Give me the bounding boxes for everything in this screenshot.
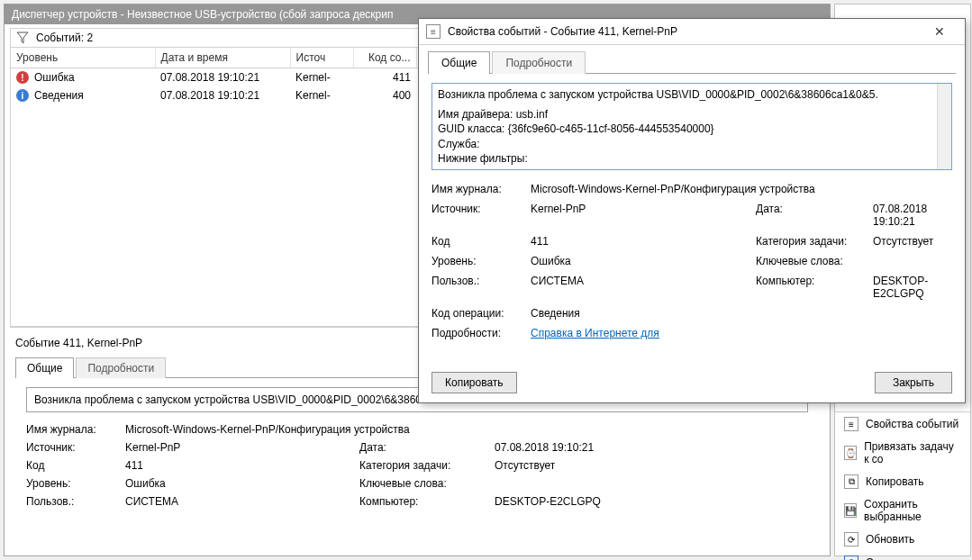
dialog-kv-grid: Имя журнала: Microsoft-Windows-Kernel-Pn… [431,183,952,339]
col-level[interactable]: Уровень [11,48,155,68]
dialog-tab-general[interactable]: Общие [428,51,490,74]
detail-kv-grid: Имя журнала: Microsoft-Windows-Kernel-Pn… [26,423,808,508]
lbl-keywords: Ключевые слова: [359,477,495,490]
online-help-link[interactable]: Справка в Интернете для [531,327,659,339]
lbl-computer: Компьютер: [359,495,495,508]
desc-lower-filters: Нижние фильтры: [438,151,928,166]
col-code[interactable]: Код со... [353,48,416,68]
tab-general[interactable]: Общие [15,357,74,378]
lbl-computer: Компьютер: [756,275,873,300]
val-user: СИСТЕМА [125,495,359,508]
dialog-titlebar[interactable]: ≡ Свойства событий - Событие 411, Kernel… [419,19,965,45]
action-label: Копировать [866,475,924,488]
lbl-details: Подробности: [431,327,531,339]
copy-button[interactable]: Копировать [431,372,517,393]
lbl-code: Код [26,459,125,472]
desc-guid: GUID класса: {36fc9e60-c465-11cf-8056-44… [438,122,928,136]
detail-description-text: Возникла проблема с запуском устройства … [34,393,475,406]
attach-task-icon: ⌚ [844,446,857,460]
properties-icon: ≡ [844,417,858,431]
error-icon: ! [16,71,29,84]
event-properties-dialog: ≡ Свойства событий - Событие 411, Kernel… [418,18,966,403]
dialog-tabs: Общие Подробности [428,50,956,74]
val-log: Microsoft-Windows-Kernel-PnP/Конфигураци… [125,423,808,436]
desc-service: Служба: [438,137,928,151]
action-save-selected[interactable]: 💾 Сохранить выбранные [835,493,970,528]
event-datetime: 07.08.2018 19:10:21 [155,86,290,104]
val-taskcat: Отсутствует [873,235,952,248]
lbl-source: Источник: [26,441,125,454]
filter-summary: Событий: 2 [36,32,93,44]
action-copy[interactable]: ⧉ Копировать [835,470,970,493]
lbl-date: Дата: [359,441,495,454]
val-opcode: Сведения [531,307,952,320]
lbl-opcode: Код операции: [431,307,531,320]
action-label: Привязать задачу к со [864,440,961,465]
lbl-keywords: Ключевые слова: [756,255,873,267]
save-icon: 💾 [844,503,857,518]
val-user: СИСТЕМА [531,275,756,300]
event-datetime: 07.08.2018 19:10:21 [155,68,290,87]
lbl-taskcat: Категория задачи: [756,235,873,248]
val-log: Microsoft-Windows-Kernel-PnP/Конфигураци… [531,183,952,195]
lbl-source: Источник: [431,203,531,228]
action-label: Сохранить выбранные [864,498,961,523]
event-source: Kernel- [290,86,353,104]
val-date: 07.08.2018 19:10:21 [495,441,808,454]
close-button[interactable]: Закрыть [875,372,952,393]
val-keywords [495,477,808,490]
val-date: 07.08.2018 19:10:21 [873,203,952,228]
action-label: Справка [866,556,908,560]
event-level: Ошибка [34,71,75,84]
col-source[interactable]: Источ [290,48,353,68]
desc-driver: Имя драйвера: usb.inf [438,107,928,122]
dialog-description-box[interactable]: Возникла проблема с запуском устройства … [431,83,952,170]
val-source: Kernel-PnP [125,441,359,454]
lbl-log: Имя журнала: [26,423,125,436]
event-code: 400 [353,86,416,104]
val-computer: DESKTOP-E2CLGPQ [873,275,952,300]
tab-details[interactable]: Подробности [76,357,166,378]
lbl-taskcat: Категория задачи: [359,459,495,472]
lbl-code: Код [431,235,531,248]
val-source: Kernel-PnP [531,203,756,228]
filter-icon [16,32,29,44]
val-code: 411 [125,459,359,472]
close-icon[interactable]: ✕ [922,24,958,39]
action-label: Обновить [866,533,914,546]
action-help[interactable]: ? Справка [835,551,970,560]
lbl-log: Имя журнала: [431,183,531,195]
help-icon: ? [844,555,858,560]
val-level: Ошибка [125,477,359,490]
desc-line: Возникла проблема с запуском устройства … [438,87,928,102]
lbl-user: Пользов.: [431,275,531,300]
val-code: 411 [531,235,756,248]
val-level: Ошибка [531,255,756,267]
event-source: Kernel- [290,68,353,87]
action-attach-task[interactable]: ⌚ Привязать задачу к со [835,436,970,470]
val-computer: DESKTOP-E2CLGPQ [495,495,808,508]
dialog-title-text: Свойства событий - Событие 411, Kernel-P… [448,25,677,38]
event-level: Сведения [34,89,84,102]
copy-icon: ⧉ [844,474,858,489]
action-label: Свойства событий [866,418,958,430]
refresh-icon: ⟳ [844,532,858,546]
lbl-date: Дата: [756,203,873,228]
action-event-properties[interactable]: ≡ Свойства событий [835,412,970,436]
info-icon: i [16,89,29,102]
event-code: 411 [353,68,416,87]
scrollbar[interactable] [937,84,951,169]
lbl-level: Уровень: [26,477,125,490]
val-taskcat: Отсутствует [495,459,808,472]
event-log-icon: ≡ [426,24,441,39]
lbl-level: Уровень: [431,255,531,267]
col-datetime[interactable]: Дата и время [155,48,290,68]
val-keywords [873,255,952,267]
action-refresh[interactable]: ⟳ Обновить [835,528,970,551]
dialog-tab-details[interactable]: Подробности [492,51,586,74]
lbl-user: Пользов.: [26,495,125,508]
